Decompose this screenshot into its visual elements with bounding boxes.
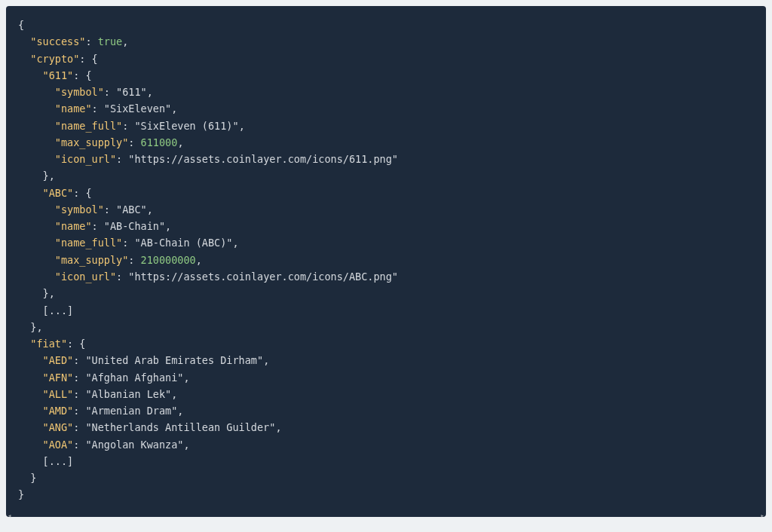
ellipsis: [...]	[43, 455, 74, 467]
val-fiat-amd: "Armenian Dram"	[85, 405, 177, 417]
val-fiat-aoa: "Angolan Kwanza"	[85, 439, 183, 451]
val-success: true	[98, 35, 123, 47]
key-max-supply: "max_supply"	[55, 254, 129, 266]
val-611-name: "SixEleven"	[104, 102, 171, 115]
brace-close: }	[18, 488, 24, 500]
brace-open: {	[18, 19, 24, 31]
val-abc-icon-url: "https://assets.coinlayer.com/icons/ABC.…	[128, 271, 398, 283]
key-fiat-aoa: "AOA"	[43, 439, 74, 451]
key-fiat-amd: "AMD"	[43, 405, 74, 417]
val-611-max-supply: 611000	[141, 136, 178, 148]
key-fiat-afn: "AFN"	[43, 371, 74, 384]
key-name-full: "name_full"	[55, 120, 122, 132]
key-fiat-aed: "AED"	[43, 354, 74, 366]
val-611-name-full: "SixEleven (611)"	[134, 120, 238, 132]
key-max-supply: "max_supply"	[55, 136, 129, 148]
key-fiat-ang: "ANG"	[43, 421, 74, 433]
val-abc-max-supply: 210000000	[141, 254, 196, 266]
val-abc-name: "AB-Chain"	[104, 220, 165, 232]
val-abc-name-full: "AB-Chain (ABC)"	[134, 237, 232, 249]
code-scroll-container[interactable]: { "success": true, "crypto": { "611": { …	[6, 6, 766, 520]
key-fiat: "fiat"	[30, 338, 67, 350]
key-fiat-all: "ALL"	[43, 388, 74, 400]
val-611-icon-url: "https://assets.coinlayer.com/icons/611.…	[128, 153, 398, 165]
key-icon-url: "icon_url"	[55, 153, 116, 165]
val-fiat-afn: "Afghan Afghani"	[85, 371, 183, 384]
key-name: "name"	[55, 220, 92, 232]
key-symbol: "symbol"	[55, 203, 104, 216]
key-crypto-abc: "ABC"	[43, 187, 74, 199]
val-fiat-ang: "Netherlands Antillean Guilder"	[85, 421, 275, 433]
key-crypto: "crypto"	[30, 53, 79, 65]
val-fiat-aed: "United Arab Emirates Dirham"	[85, 354, 263, 366]
key-crypto-611: "611"	[43, 69, 74, 81]
json-code-block: { "success": true, "crypto": { "611": { …	[6, 6, 766, 517]
key-name: "name"	[55, 102, 92, 115]
key-icon-url: "icon_url"	[55, 271, 116, 283]
key-name-full: "name_full"	[55, 237, 122, 249]
key-symbol: "symbol"	[55, 86, 104, 98]
ellipsis: [...]	[43, 304, 74, 316]
val-611-symbol: "611"	[116, 86, 147, 98]
val-abc-symbol: "ABC"	[116, 203, 147, 216]
val-fiat-all: "Albanian Lek"	[85, 388, 171, 400]
key-success: "success"	[30, 35, 85, 47]
